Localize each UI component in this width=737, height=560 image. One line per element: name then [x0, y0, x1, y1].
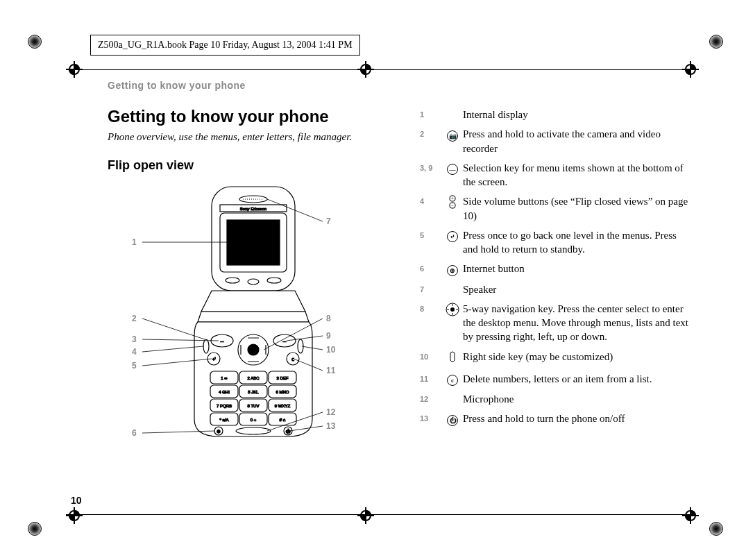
svg-text:7 PQRS: 7 PQRS — [217, 404, 232, 408]
legend-desc: Selection key for menu items shown at th… — [463, 161, 688, 189]
volume-icon: +− — [442, 194, 463, 212]
page-content: Getting to know your phone Phone overvie… — [108, 108, 688, 443]
legend-num: 6 — [420, 262, 442, 274]
legend-num: 2 — [420, 127, 442, 139]
legend-row: 11cDelete numbers, letters or an item fr… — [420, 372, 688, 387]
svg-text:Sony Ericsson: Sony Ericsson — [240, 207, 266, 211]
callout-4: 4 — [132, 347, 137, 357]
svg-point-8 — [248, 279, 259, 285]
legend-row: 2📷Press and hold to activate the camera … — [420, 127, 688, 155]
svg-text:⏻: ⏻ — [286, 429, 291, 434]
svg-text:1 ∞: 1 ∞ — [221, 376, 227, 380]
callout-3: 3 — [132, 334, 137, 344]
legend-desc: Microphone — [463, 392, 688, 406]
legend-desc: Delete numbers, letters or an item from … — [463, 372, 688, 386]
legend-row: 10Right side key (may be customized) — [420, 350, 688, 366]
framemaker-header: Z500a_UG_R1A.book Page 10 Friday, August… — [90, 35, 360, 56]
svg-text:–: – — [220, 337, 224, 344]
callout-10: 10 — [326, 345, 335, 355]
svg-text:3 DEF: 3 DEF — [276, 376, 288, 380]
svg-point-69 — [450, 307, 455, 312]
callout-8: 8 — [326, 314, 331, 323]
page-title: Getting to know your phone — [108, 108, 399, 126]
svg-point-15 — [248, 344, 259, 355]
back-icon: ⤶ — [442, 228, 463, 243]
svg-text:6 MNO: 6 MNO — [276, 390, 289, 394]
phone-diagram: Sony Ericsson – — [108, 180, 399, 443]
svg-text:* a/A: * a/A — [219, 418, 228, 422]
legend-desc: Side volume buttons (see “Flip closed vi… — [463, 194, 688, 223]
legend-num: 5 — [420, 228, 442, 241]
power-icon: ⏻ — [442, 411, 463, 426]
legend-num: 4 — [420, 194, 442, 207]
legend-desc: Press and hold to activate the camera an… — [463, 127, 688, 155]
callout-13: 13 — [326, 421, 335, 431]
legend-desc: Speaker — [463, 282, 688, 296]
page-number: 10 — [71, 495, 82, 506]
svg-rect-2 — [227, 220, 280, 265]
page-subtitle: Phone overview, use the menus, enter let… — [108, 130, 399, 144]
legend-icon-none — [442, 392, 463, 393]
callout-1: 1 — [132, 237, 137, 247]
globe-icon: ⊕ — [442, 262, 463, 276]
crop-target-icon — [357, 507, 374, 524]
callout-2: 2 — [132, 314, 137, 323]
legend-row: 7Speaker — [420, 282, 688, 296]
crop-target-icon — [682, 507, 699, 524]
svg-text:⤶: ⤶ — [212, 356, 217, 362]
legend-desc: 5-way navigation key. Press the center s… — [463, 302, 688, 344]
legend-desc: Internal display — [463, 108, 688, 121]
svg-text:4 GHI: 4 GHI — [219, 390, 230, 394]
registration-dot — [709, 522, 723, 536]
legend-num: 12 — [420, 392, 442, 405]
legend-icon-none — [442, 108, 463, 108]
legend-num: 3, 9 — [420, 161, 442, 173]
running-head: Getting to know your phone — [108, 80, 246, 91]
svg-text:9 WXYZ: 9 WXYZ — [275, 404, 291, 408]
svg-text:+: + — [451, 196, 454, 201]
svg-text:0 +: 0 + — [251, 418, 257, 422]
legend-row: 1Internal display — [420, 108, 688, 121]
legend-table: 1Internal display 2📷Press and hold to ac… — [420, 108, 688, 443]
legend-num: 8 — [420, 302, 442, 314]
registration-dot — [28, 522, 42, 536]
svg-point-48 — [236, 427, 271, 434]
legend-row: 4+−Side volume buttons (see “Flip closed… — [420, 194, 688, 223]
callout-12: 12 — [326, 407, 335, 417]
top-rule — [66, 69, 695, 70]
legend-row: 12Microphone — [420, 392, 688, 406]
svg-text:⊕: ⊕ — [217, 429, 221, 434]
camera-icon: 📷 — [442, 127, 463, 142]
legend-num: 13 — [420, 411, 442, 424]
legend-row: 6⊕Internet button — [420, 262, 688, 276]
registration-dot — [709, 35, 723, 49]
legend-desc: Internet button — [463, 262, 688, 275]
svg-rect-70 — [450, 352, 455, 362]
callout-6: 6 — [132, 428, 137, 438]
selection-key-icon: — — [442, 161, 463, 176]
legend-num: 11 — [420, 372, 442, 384]
legend-num: 10 — [420, 350, 442, 362]
svg-text:8 TUV: 8 TUV — [248, 404, 260, 408]
callout-9: 9 — [326, 331, 331, 341]
svg-point-20 — [203, 339, 209, 353]
clear-icon: c — [442, 372, 463, 387]
registration-dot — [28, 35, 42, 49]
callout-7: 7 — [326, 217, 331, 226]
legend-desc: Press once to go back one level in the m… — [463, 228, 688, 257]
legend-row: 3, 9—Selection key for menu items shown … — [420, 161, 688, 189]
svg-point-9 — [267, 278, 281, 283]
nav-key-icon — [442, 302, 463, 320]
side-key-icon — [442, 350, 463, 366]
legend-desc: Press and hold to turn the phone on/off — [463, 411, 688, 425]
svg-text:−: − — [451, 203, 454, 209]
header-text: Z500a_UG_R1A.book Page 10 Friday, August… — [98, 40, 353, 50]
legend-icon-none — [442, 282, 463, 283]
svg-text:# ⌂: # ⌂ — [280, 418, 286, 422]
legend-row: 13⏻Press and hold to turn the phone on/o… — [420, 411, 688, 426]
crop-target-icon — [66, 507, 83, 524]
svg-text:5 JKL: 5 JKL — [248, 390, 259, 394]
phone-svg: Sony Ericsson – — [108, 180, 399, 443]
legend-row: 85-way navigation key. Press the center … — [420, 302, 688, 344]
legend-num: 1 — [420, 108, 442, 120]
